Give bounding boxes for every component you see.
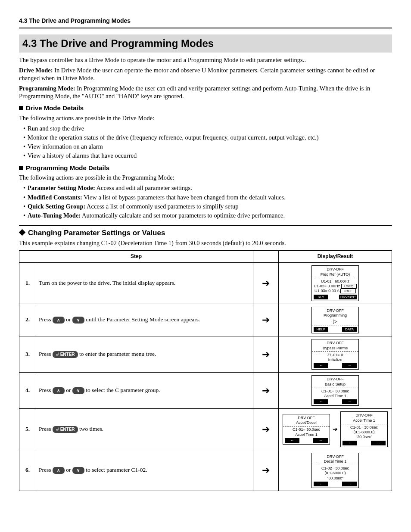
lcd-display: DRV-OFF Accel/DecelC1-01= 30.0secAccel T… [283,414,330,445]
arrow-right-icon: ➔ [253,450,279,491]
lcd-display: DRV-OFF Freq Ref (AUTO)U1-01= 60.00HzU1-… [311,265,359,301]
down-key-icon: ∨ [72,387,84,394]
step-number: 1. [19,263,36,304]
arrow-right-icon: ➔ [253,373,279,409]
lcd-display: DRV-OFF Programming▷ HELPDATA [311,307,359,334]
diamond-bullet-icon [19,229,26,236]
step-text: Press ∧ or ∨ to select parameter C1-02. [36,450,253,491]
enter-key-icon: ↲ ENTER [53,426,78,433]
step-number: 2. [19,304,36,336]
arrow-right-icon: ➔ [253,304,279,336]
page-title: 4.3 The Drive and Programming Modes [19,34,392,53]
steps-table: Step Display/Result 1. Turn on the power… [19,250,392,491]
intro-text: The bypass controller has a Drive Mode t… [19,56,392,64]
up-key-icon: ∧ [53,467,65,474]
up-key-icon: ∧ [53,387,65,394]
drive-mode-label: Drive Mode: [19,67,53,74]
display-result: DRV-OFF Programming▷ HELPDATA [279,304,392,336]
header-rule [19,28,392,28]
list-item: Modified Constants: View a list of bypas… [23,193,392,201]
arrow-right-icon: ➔ [333,426,338,433]
display-result: DRV-OFF Bypass ParmsZ1-01= 0Initialize ←… [279,336,392,373]
down-key-icon: ∨ [72,317,84,324]
list-item: View a history of alarms that have occur… [23,152,392,159]
square-bullet-icon [19,166,23,170]
step-text: Turn on the power to the drive. The init… [36,263,253,304]
drive-mode-details-head: Drive Mode Details [19,104,392,112]
step-number: 5. [19,409,36,450]
list-item: Auto-Tuning Mode: Automatically calculat… [23,212,392,219]
prog-mode-para: Programming Mode: In Programming Mode th… [19,84,392,100]
down-key-icon: ∨ [72,467,84,474]
enter-key-icon: ↲ ENTER [53,351,78,358]
lcd-display: DRV-OFF Accel Time 1C1-01= 30.0sec(0.1-6… [340,411,388,447]
lcd-display: DRV-OFF Bypass ParmsZ1-01= 0Initialize ←… [311,339,359,370]
display-result: DRV-OFF Accel/DecelC1-01= 30.0secAccel T… [279,409,392,450]
drive-mode-para: Drive Mode: In Drive Mode the user can o… [19,66,392,82]
lcd-display: DRV-OFF Basic SetupC1-01= 30.0secAccel T… [311,375,359,406]
step-number: 3. [19,336,36,373]
up-key-icon: ∧ [53,317,65,324]
list-item: Run and stop the drive [23,124,392,132]
pm-list: Parameter Setting Mode: Access and edit … [19,184,392,219]
prog-mode-details-head: Programming Mode Details [19,164,392,172]
list-item: Parameter Setting Mode: Access and edit … [23,184,392,192]
list-item: Monitor the operation status of the driv… [23,134,392,141]
changing-params-head: Changing Parameter Settings or Values [19,225,392,237]
arrow-right-icon: ➔ [253,336,279,373]
pm-lead: The following actions are possible in th… [19,174,392,181]
dm-lead: The following actions are possible in th… [19,114,392,122]
col-display: Display/Result [279,251,392,263]
drive-mode-text: In Drive Mode the user can operate the m… [19,67,375,81]
list-item: Quick Setting Group: Access a list of co… [23,202,392,210]
step-text: Press ∧ or ∨ until the Parameter Setting… [36,304,253,336]
step-number: 4. [19,373,36,409]
col-arrow [253,251,279,263]
dm-list: Run and stop the drive Monitor the opera… [19,124,392,160]
lcd-display: DRV-OFF Decel Time 1C1-02= 30.0sec(0.1-6… [311,453,359,488]
step-text: Press ↲ ENTER two times. [36,409,253,450]
step-text: Press ∧ or ∨ to select the C parameter g… [36,373,253,409]
step-number: 6. [19,450,36,491]
col-step: Step [19,251,253,263]
square-bullet-icon [19,106,23,110]
running-header: 4.3 The Drive and Programming Modes [19,17,392,25]
arrow-right-icon: ➔ [253,409,279,450]
step-text: Press ↲ ENTER to enter the parameter men… [36,336,253,373]
prog-mode-label: Programming Mode: [19,85,75,92]
display-result: DRV-OFF Freq Ref (AUTO)U1-01= 60.00HzU1-… [279,263,392,304]
changing-params-lead: This example explains changing C1-02 (De… [19,239,392,247]
display-result: DRV-OFF Decel Time 1C1-02= 30.0sec(0.1-6… [279,450,392,491]
list-item: View information on an alarm [23,143,392,150]
display-result: DRV-OFF Basic SetupC1-01= 30.0secAccel T… [279,373,392,409]
arrow-right-icon: ➔ [253,263,279,304]
